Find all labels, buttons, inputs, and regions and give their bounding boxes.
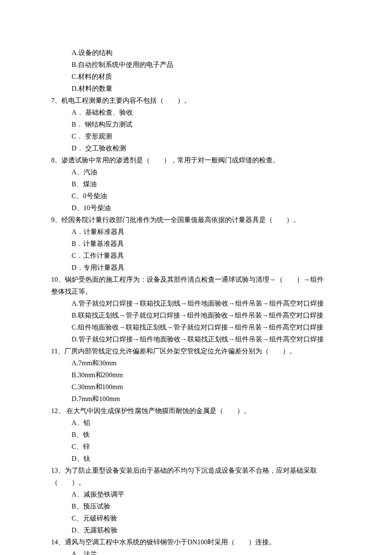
q11-option-d: D.7mm和100mm (72, 393, 341, 405)
q6-option-c: C.材料的材质 (72, 71, 341, 83)
q7-option-a: A． 基础检查、验收 (72, 107, 341, 119)
q14-option-a: A．法兰 (72, 548, 341, 555)
q10-stem-line2: 整体找正等。 (51, 286, 341, 298)
q10-option-b: B.联箱找正划线→管子就位对口焊接→组件地面验收→组件吊装→组件高空对口焊接 (72, 309, 341, 321)
q8-option-c: C、0号柴油 (72, 190, 341, 202)
q13-option-d: D、无露筋检验 (72, 524, 341, 536)
q8-option-a: A、汽油 (72, 166, 341, 178)
q11-option-b: B.30mm和200mm (72, 369, 341, 381)
q12-option-a: A、铅 (72, 417, 341, 429)
q12-stem: 12、 在大气中因生成保护性腐蚀产物膜而耐蚀的金属是（ ）。 (51, 405, 341, 417)
q9-option-b: B．计量基准器具 (72, 238, 341, 250)
q13-option-b: B、预压试验 (72, 500, 341, 512)
q7-option-c: C． 变形观测 (72, 130, 341, 142)
q11-option-a: A.7mm和30mm (72, 357, 341, 369)
q13-stem-line1: 13、为了防止重型设备安装后由于基础的不均匀下沉造成设备安装不合格，应对基础采取 (51, 465, 341, 477)
q10-option-c: C.组件地面验收→联箱找正划线→管子就位对口焊接→组件吊装→组件高空对口焊接 (72, 321, 341, 333)
q9-option-c: C．工作计量器具 (72, 250, 341, 262)
q10-option-a: A.管子就位对口焊接→联箱找正划线→组件地面验收→组件吊装→组件高空对口焊接 (72, 298, 341, 309)
q8-stem: 8、渗透试验中常用的渗透剂是（ ），常用于对一般阀门或焊缝的检查。 (51, 154, 341, 166)
q6-option-a: A.设备的结构 (72, 47, 341, 59)
q8-option-b: B、煤油 (72, 178, 341, 190)
q13-option-c: C、元破碎检验 (72, 512, 341, 524)
q14-stem: 14、通风与空调工程中水系统的镀锌钢管小于DN100时采用（ ）连接。 (51, 536, 341, 548)
q6-option-b: B.自动控制系统中使用的电子产品 (72, 59, 341, 71)
q7-option-b: B． 钢结构应力测试 (72, 119, 341, 130)
q11-stem: 11、厂房内部管线定位允许偏差和厂区外架空管线定位允许偏差分别为（ ）。 (51, 345, 341, 357)
q12-option-b: B、铁 (72, 429, 341, 441)
q10-option-d: D.管子就位对口焊接→组件地面验收→联箱找正划线→组件吊装→组件高空对口焊接 (72, 333, 341, 345)
q10-stem-line1: 10、锅炉受热面的施工程序为：设备及其部件清点检查一通球试验与清理→（ ）→组件 (51, 274, 341, 286)
q12-option-c: C、锌 (72, 441, 341, 453)
q13-stem-line2: （ ）。 (51, 477, 341, 489)
q9-option-a: A．计量标准器具 (72, 226, 341, 238)
q7-option-d: D． 交工验收检测 (72, 142, 341, 154)
q9-option-d: D．专用计量器具 (72, 262, 341, 274)
q12-option-d: D、钛 (72, 453, 341, 465)
q7-stem: 7、机电工程测量的主要内容不包括（ ）。 (51, 95, 341, 107)
q6-option-d: D.材料的数量 (72, 83, 341, 95)
q11-option-c: C.30mm和100mm (72, 381, 341, 393)
q13-option-a: A、减振垫铁调平 (72, 489, 341, 500)
q8-option-d: D、10号柴油 (72, 202, 341, 214)
q9-stem: 9、经国务院计量行政部门批准作为统一全国量值最高依据的计量器具是（ ）。 (51, 214, 341, 226)
